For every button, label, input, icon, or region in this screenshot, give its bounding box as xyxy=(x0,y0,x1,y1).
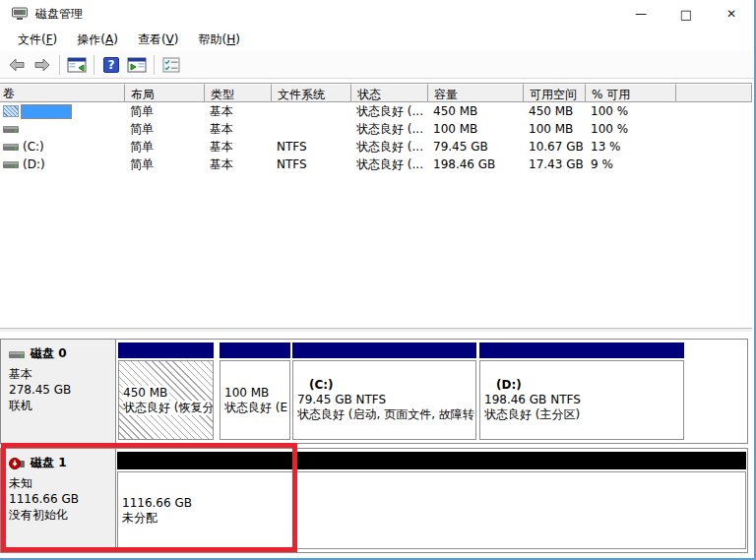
show-action-pane-icon[interactable] xyxy=(124,53,150,77)
unallocated-space[interactable]: 1116.66 GB 未分配 xyxy=(117,452,746,549)
svg-text:?: ? xyxy=(108,58,115,72)
app-icon xyxy=(12,7,28,21)
primary-partition-bar xyxy=(220,342,290,358)
toolbar-separator xyxy=(94,55,94,75)
drive-icon xyxy=(3,140,19,154)
column-header-filesystem[interactable]: 文件系统 xyxy=(272,84,351,102)
primary-partition-bar xyxy=(479,342,684,358)
drive-icon xyxy=(3,157,19,171)
title-bar: 磁盘管理 — □ ✕ xyxy=(0,0,754,28)
properties-list-icon[interactable] xyxy=(158,53,184,77)
toolbar: ? xyxy=(0,51,754,79)
disk-1-size: 1116.66 GB xyxy=(9,491,109,507)
menu-help[interactable]: 帮助(H) xyxy=(188,29,249,51)
disk-0-status: 联机 xyxy=(9,398,109,413)
help-icon[interactable]: ? xyxy=(98,53,124,77)
menu-bar: 文件(F) 操作(A) 查看(V) 帮助(H) xyxy=(0,28,754,51)
disk-graphical-pane: 磁盘 0 基本 278.45 GB 联机 450 MB 状态良好 (恢复分 10… xyxy=(0,332,752,560)
disk-1-status: 没有初始化 xyxy=(9,507,109,523)
disk-0-name: 磁盘 0 xyxy=(31,345,67,362)
menu-action[interactable]: 操作(A) xyxy=(67,29,128,51)
volume-table-header: 卷 布局 类型 文件系统 状态 容量 可用空间 % 可用 xyxy=(0,83,752,102)
forward-arrow-icon[interactable] xyxy=(30,53,55,77)
column-header-status[interactable]: 状态 xyxy=(351,84,428,102)
disk-1-name: 磁盘 1 xyxy=(31,455,67,471)
column-header-freespace[interactable]: 可用空间 xyxy=(524,84,586,102)
column-header-capacity[interactable]: 容量 xyxy=(428,84,524,102)
unallocated-bar xyxy=(117,452,746,469)
minimize-button[interactable]: — xyxy=(618,0,663,28)
column-header-type[interactable]: 类型 xyxy=(205,84,272,102)
table-row-volume-recovery[interactable]: 简单 基本 状态良好 (... 450 MB 450 MB 100 % xyxy=(0,102,752,120)
disk-1-info-panel[interactable]: 磁盘 1 未知 1116.66 GB 没有初始化 xyxy=(1,449,116,552)
disk-row-0: 磁盘 0 基本 278.45 GB 联机 450 MB 状态良好 (恢复分 10… xyxy=(0,339,748,444)
table-row-volume-d[interactable]: (D:) 简单 基本 NTFS 状态良好 (... 198.46 GB 17.4… xyxy=(0,156,752,173)
show-console-tree-icon[interactable] xyxy=(64,53,90,77)
column-header-volume[interactable]: 卷 xyxy=(0,84,125,102)
maximize-button[interactable]: □ xyxy=(663,0,709,28)
disk-management-window: { "window": { "title": "磁盘管理", "controls… xyxy=(0,0,756,560)
column-header-layout[interactable]: 布局 xyxy=(125,84,205,102)
disk-0-type: 基本 xyxy=(9,366,109,382)
partition-recovery[interactable]: 450 MB 状态良好 (恢复分 xyxy=(118,342,214,440)
toolbar-separator xyxy=(59,55,60,75)
menu-file[interactable]: 文件(F) xyxy=(8,29,67,51)
table-row-volume-c[interactable]: (C:) 简单 基本 NTFS 状态良好 (... 79.45 GB 10.67… xyxy=(0,138,752,156)
column-header-blank xyxy=(676,84,752,102)
table-row-volume-system[interactable]: 简单 基本 状态良好 (... 100 MB 100 MB 100 % xyxy=(0,120,752,138)
disk-0-info-panel[interactable]: 磁盘 0 基本 278.45 GB 联机 xyxy=(1,340,116,443)
drive-icon xyxy=(3,122,19,136)
drive-icon xyxy=(9,347,25,361)
disk-1-graph: 1116.66 GB 未分配 xyxy=(116,449,747,552)
partition-c[interactable]: (C:) 79.45 GB NTFS 状态良好 (启动, 页面文件, 故障转 xyxy=(292,342,476,440)
volume-list-pane: 卷 布局 类型 文件系统 状态 容量 可用空间 % 可用 简单 基本 状态良好 … xyxy=(0,83,752,328)
disk-0-graph: 450 MB 状态良好 (恢复分 100 MB 状态良好 (E (C:) 79.… xyxy=(116,340,747,443)
hatched-volume-icon xyxy=(3,105,19,117)
menu-view[interactable]: 查看(V) xyxy=(128,29,189,51)
toolbar-separator xyxy=(154,55,155,75)
selected-volume-highlight xyxy=(21,104,72,119)
partition-efi[interactable]: 100 MB 状态良好 (E xyxy=(220,342,290,440)
disk-1-type: 未知 xyxy=(9,475,109,491)
primary-partition-bar xyxy=(292,342,476,358)
partition-d[interactable]: (D:) 198.46 GB NTFS 状态良好 (主分区) xyxy=(479,342,684,440)
disk-row-1: 磁盘 1 未知 1116.66 GB 没有初始化 1116.66 GB 未分配 xyxy=(0,448,748,553)
disk-error-icon xyxy=(9,457,25,470)
primary-partition-bar xyxy=(118,342,214,358)
disk-0-size: 278.45 GB xyxy=(9,382,109,398)
window-title: 磁盘管理 xyxy=(35,6,83,23)
column-header-pctfree[interactable]: % 可用 xyxy=(586,84,676,102)
back-arrow-icon[interactable] xyxy=(4,53,30,77)
close-button[interactable]: ✕ xyxy=(709,0,754,28)
